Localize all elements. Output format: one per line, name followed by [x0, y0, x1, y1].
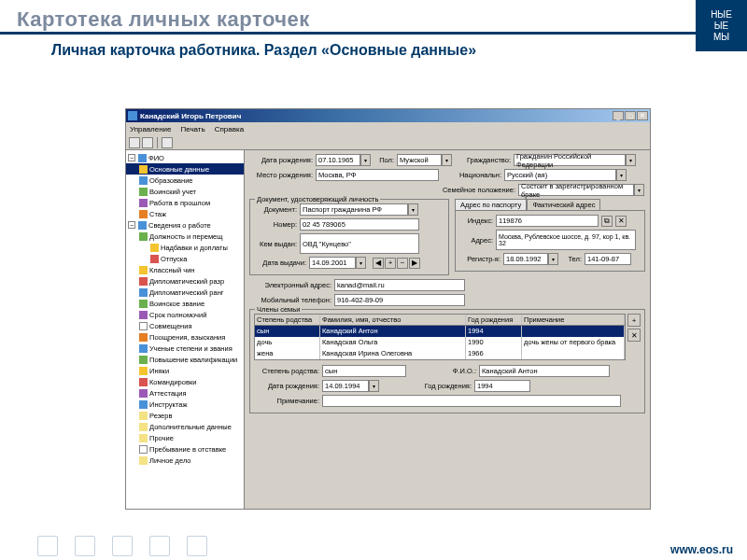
det-note-field[interactable]: [322, 395, 621, 407]
tree-item[interactable]: Воинское звание: [126, 298, 244, 309]
det-year-field[interactable]: 1994: [474, 380, 530, 392]
remove-button[interactable]: −: [397, 258, 408, 269]
tree-item[interactable]: Пребывание в отставке: [126, 443, 244, 455]
tree-icon: [139, 266, 148, 274]
tab-actual-address[interactable]: Фактический адрес: [527, 199, 600, 210]
add-button[interactable]: +: [385, 258, 396, 269]
chevron-down-icon[interactable]: ▾: [634, 184, 644, 196]
tree-icon: [139, 423, 148, 431]
number-field[interactable]: 02 45 789065: [300, 218, 419, 231]
table-row[interactable]: дочьКанадская Ольга1990дочь жены от перв…: [255, 337, 625, 348]
minimize-button[interactable]: _: [613, 111, 624, 120]
tree-item[interactable]: Воинский учет: [126, 186, 244, 197]
tree-icon: [139, 344, 148, 353]
tree-icon: [139, 277, 148, 286]
save-icon[interactable]: [129, 137, 140, 148]
table-row[interactable]: женаКанадская Ирина Олеговна1966: [255, 348, 625, 359]
tree-item[interactable]: Поощрения, взыскания: [126, 331, 244, 343]
birth-field[interactable]: 07.10.1965: [316, 154, 360, 166]
email-field[interactable]: kanad@mail.ru: [334, 279, 465, 291]
tab-passport-address[interactable]: Адрес по паспорту: [455, 199, 527, 210]
tree-icon: [139, 378, 148, 386]
form-area: Дата рождения: 07.10.1965▾ Пол: Мужской▾…: [245, 150, 650, 509]
tree-item[interactable]: Командировки: [126, 376, 244, 387]
footer-url: www.eos.ru: [0, 541, 747, 558]
det-fio-field[interactable]: Канадский Антон: [479, 365, 610, 377]
next-button[interactable]: ▶: [409, 258, 420, 269]
tree-icon: [139, 412, 148, 420]
tree-icon: [139, 176, 148, 185]
sex-field[interactable]: Мужской: [397, 154, 442, 166]
issuer-field[interactable]: ОВД "Кунцево": [300, 233, 419, 254]
tree-item[interactable]: Совмещения: [126, 320, 244, 331]
nationality-field[interactable]: Русский (ая): [504, 169, 616, 181]
issue-date-field[interactable]: 14.09.2001: [309, 257, 356, 269]
reg-field[interactable]: 18.09.1992: [503, 253, 548, 265]
address-field[interactable]: Москва, Рублевское шоссе, д. 97, кор 1, …: [496, 230, 636, 250]
chevron-down-icon[interactable]: ▾: [626, 154, 636, 166]
lookup-icon[interactable]: ⧉: [601, 216, 613, 227]
tree-icon: [139, 199, 148, 207]
family-group: Члены семьи Степень родства Фамилия, имя…: [249, 309, 645, 413]
chevron-down-icon[interactable]: ▾: [442, 154, 452, 166]
nav-tree[interactable]: −ФИООсновные данныеОбразованиеВоинский у…: [126, 150, 245, 509]
doc-field[interactable]: Паспорт гражданина РФ: [300, 203, 408, 216]
label-sex: Пол:: [374, 156, 394, 164]
tree-icon: [139, 322, 148, 330]
tree-item[interactable]: Стаж: [126, 208, 244, 219]
tree-item[interactable]: Прочие: [126, 432, 244, 443]
tree-item[interactable]: Личное дело: [126, 455, 244, 466]
tree-item[interactable]: Дипломатический ранг: [126, 287, 244, 298]
tree-item[interactable]: Надбавки и доплаты: [126, 242, 244, 253]
tree-item[interactable]: Резерв: [126, 410, 244, 421]
marital-field[interactable]: Состоит в зарегистрированном браке: [518, 184, 634, 196]
label-nationality: Национальн:: [445, 171, 501, 179]
chevron-down-icon[interactable]: ▾: [360, 154, 371, 166]
tree-item[interactable]: Отпуска: [126, 253, 244, 264]
tree-item[interactable]: Дипломатический разр: [126, 275, 244, 287]
tree-item[interactable]: −ФИО: [126, 152, 244, 163]
tree-item[interactable]: Аттестация: [126, 387, 244, 399]
chevron-down-icon[interactable]: ▾: [548, 253, 558, 265]
remove-family-button[interactable]: ✕: [627, 329, 641, 342]
chevron-down-icon[interactable]: ▾: [369, 380, 379, 392]
prev-button[interactable]: ◀: [373, 258, 384, 269]
family-table[interactable]: Степень родства Фамилия, имя, отчество Г…: [254, 314, 626, 360]
add-family-button[interactable]: +: [627, 314, 641, 327]
chevron-down-icon[interactable]: ▾: [408, 203, 418, 216]
det-rel-field[interactable]: сын: [322, 365, 406, 377]
citizenship-field[interactable]: Гражданин Российской Федерации: [514, 154, 626, 166]
print-icon[interactable]: [142, 137, 153, 148]
menu-manage[interactable]: Управление: [130, 125, 171, 133]
tree-icon: [150, 244, 159, 252]
menu-help[interactable]: Справка: [215, 125, 244, 133]
tree-item[interactable]: Повышение квалификации: [126, 354, 244, 365]
chevron-down-icon[interactable]: ▾: [616, 169, 627, 181]
tree-item[interactable]: Работа в прошлом: [126, 197, 244, 208]
close-button[interactable]: ✕: [637, 111, 648, 120]
chevron-down-icon[interactable]: ▾: [356, 257, 366, 269]
index-field[interactable]: 119876: [496, 215, 599, 227]
tool-icon[interactable]: [162, 137, 173, 148]
table-row[interactable]: сынКанадский Антон1994: [255, 326, 625, 337]
mobile-field[interactable]: 916-402-89-09: [334, 294, 465, 306]
tree-item[interactable]: Срок полномочий: [126, 309, 244, 320]
app-icon: [128, 111, 137, 120]
tree-item[interactable]: Инструктаж: [126, 399, 244, 410]
tree-item[interactable]: Иняки: [126, 365, 244, 376]
menu-print[interactable]: Печать: [180, 125, 204, 133]
birthplace-field[interactable]: Москва, РФ: [316, 169, 439, 181]
label-citizenship: Гражданство:: [455, 156, 511, 164]
tree-item[interactable]: Классный чин: [126, 264, 244, 275]
tree-item[interactable]: Дополнительные данные: [126, 421, 244, 432]
tree-item[interactable]: Должность и перемещ: [126, 231, 244, 242]
tree-item[interactable]: Основные данные: [126, 163, 244, 175]
clear-icon[interactable]: ✕: [615, 216, 627, 227]
tel-field[interactable]: 141-09-87: [585, 253, 631, 265]
tree-icon: [139, 232, 148, 241]
maximize-button[interactable]: □: [625, 111, 636, 120]
det-birth-field[interactable]: 14.09.1994: [322, 380, 369, 392]
tree-item[interactable]: Образование: [126, 175, 244, 186]
tree-item[interactable]: Ученые степени и звания: [126, 343, 244, 354]
tree-item[interactable]: −Сведения о работе: [126, 219, 244, 231]
